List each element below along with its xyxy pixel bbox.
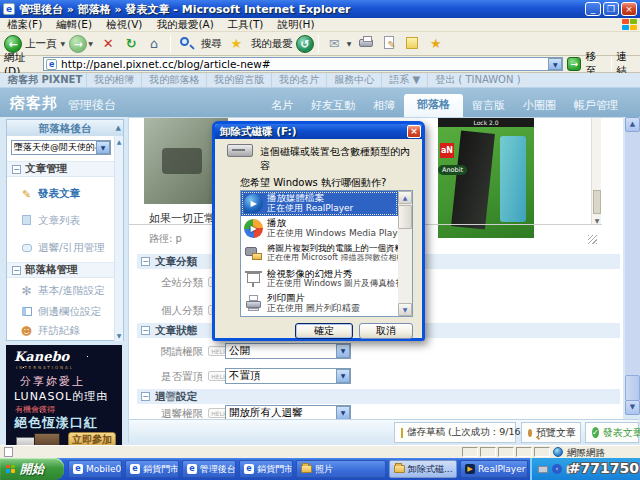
stop-icon[interactable]: ✕ [100, 35, 117, 52]
option-slideshow[interactable]: 檢視影像的幻燈片秀 正在使用 Windows 圖片及傳真檢視器 [241, 266, 398, 291]
editor-scroll-down-icon[interactable]: ▼ [592, 217, 602, 224]
menu-file[interactable]: 檔案(F) [0, 18, 49, 32]
sidebar-item-article-list[interactable]: 文章列表 [7, 213, 115, 229]
blog-select[interactable]: 墮落天使@閒天使的小窩 ▼ [11, 140, 111, 155]
page-scrollbar[interactable]: ▲ ▼ [625, 117, 640, 415]
select-arrow-icon[interactable]: ▼ [336, 344, 350, 358]
address-url[interactable]: http://panel.pixnet.cc/blog/article-new# [61, 58, 548, 70]
scroll-down-icon[interactable]: ▼ [398, 303, 412, 316]
collapse-icon[interactable]: − [141, 392, 150, 401]
restore-button[interactable]: ❐ [603, 2, 619, 16]
task-mobile01[interactable]: e Mobile01 ... [68, 460, 122, 478]
ad-banner[interactable]: Kanebo INTERNATIONAL 分享妳愛上 LUNASOL的理由 有機… [6, 345, 122, 456]
blog-select-arrow-icon[interactable]: ▼ [96, 141, 110, 154]
scroll-thumb[interactable] [398, 205, 412, 229]
pin-select[interactable]: 不置頂 ▼ [225, 368, 351, 384]
tab-account[interactable]: 帳戶管理 [565, 95, 627, 117]
forward-icon[interactable]: → [69, 35, 87, 53]
option-copy-pictures[interactable]: 將圖片複製到我的電腦上的一個資料夾內 正在使用 Microsoft 掃描器與數位… [241, 241, 398, 266]
scroll-down-icon[interactable]: ▼ [625, 400, 640, 415]
favorites-label[interactable]: 我的最愛 [251, 37, 293, 51]
section-blog-management[interactable]: − 部落格管理 [7, 262, 115, 278]
print-icon[interactable] [358, 35, 375, 52]
task-store1[interactable]: e 銷貨門市... [125, 460, 179, 478]
collapse-icon[interactable]: − [12, 165, 21, 174]
editor-scroll-thumb[interactable] [593, 190, 601, 214]
close-button[interactable]: × [621, 2, 637, 16]
back-icon[interactable]: ← [4, 35, 22, 53]
favorites-star-icon[interactable]: ★ [228, 35, 245, 52]
start-button[interactable]: 開始 [0, 458, 64, 480]
menu-view[interactable]: 檢視(V) [99, 18, 149, 32]
task-admin[interactable]: e 管理後台 »... [182, 460, 236, 478]
section-article-management[interactable]: − 文章管理 [7, 161, 115, 177]
listbox-scrollbar[interactable]: ▲ ▼ [398, 191, 412, 316]
menu-tools[interactable]: 工具(T) [221, 18, 271, 32]
sidebar-scroll-up-icon[interactable]: ▲ [116, 124, 121, 132]
read-permission-select[interactable]: 公開 ▼ [225, 343, 351, 359]
task-store2[interactable]: e 銷貨門市... [239, 460, 293, 478]
menu-edit[interactable]: 編輯(E) [49, 18, 99, 32]
tab-circle[interactable]: 小圈圈 [514, 95, 565, 117]
search-label[interactable]: 搜尋 [201, 37, 222, 51]
sidebar-item-sidebar-settings[interactable]: 側邊欄位設定 [7, 304, 115, 320]
history-icon[interactable]: ↺ [296, 35, 314, 53]
site-nav-albums[interactable]: 我的相簿 [86, 73, 141, 87]
collapse-icon[interactable]: − [12, 266, 21, 275]
site-nav-blog[interactable]: 我的部落格 [141, 73, 206, 87]
site-nav-brand[interactable]: 痞客邦 PIXNET [8, 73, 82, 87]
editor-resize-handle[interactable] [588, 235, 597, 244]
mail-dropdown-icon[interactable]: ▼ [347, 40, 352, 47]
home-icon[interactable]: ⌂ [146, 35, 163, 52]
notes-icon[interactable] [404, 35, 421, 52]
option-play-wmp[interactable]: ▶ 播放 正在使用 Windows Media Player [241, 216, 398, 241]
publish-button[interactable]: ✓ 發表文章 [585, 422, 639, 443]
scroll-thumb[interactable] [625, 375, 640, 401]
select-arrow-icon[interactable]: ▼ [336, 406, 350, 420]
refresh-icon[interactable]: ↻ [123, 35, 140, 52]
task-photos[interactable]: 照片 [296, 460, 386, 478]
site-nav-guestbook[interactable]: 我的留言版 [206, 73, 271, 87]
tab-guestbook[interactable]: 留言版 [463, 95, 514, 117]
select-arrow-icon[interactable]: ▼ [336, 369, 350, 383]
option-play-realplayer[interactable]: ▶ 播放媒體檔案 正在使用 RealPlayer [241, 191, 398, 216]
site-nav-card[interactable]: 我的名片 [271, 73, 326, 87]
back-label[interactable]: 上一頁 [25, 37, 57, 51]
scroll-up-icon[interactable]: ▲ [398, 191, 412, 204]
save-draft-button[interactable]: 儲存草稿 (上次成功：9/16 11:13) [394, 422, 516, 443]
ok-button[interactable]: 確定 [295, 323, 353, 339]
tab-friends[interactable]: 好友互動 [302, 95, 364, 117]
tray-messenger-icon[interactable]: ‹ [552, 464, 562, 474]
back-dropdown-icon[interactable]: ▼ [61, 40, 66, 47]
scroll-down-icon[interactable]: ▼ [115, 332, 123, 339]
sidebar-item-comments[interactable]: 迴響/引用管理 [7, 240, 115, 256]
mail-icon[interactable]: ✉ [326, 35, 343, 52]
sidebar-scrollbar[interactable]: ▲ ▼ [114, 136, 123, 341]
task-realplayer[interactable]: ▶ RealPlayer ... [460, 460, 528, 478]
messenger-icon[interactable]: ★ [427, 35, 444, 52]
menu-help[interactable]: 說明(H) [270, 18, 321, 32]
address-dropdown-icon[interactable]: ▼ [548, 58, 562, 70]
sidebar-item-visitor-log[interactable]: ☻ 拜訪紀錄 [7, 323, 115, 339]
tab-card[interactable]: 名片 [262, 95, 302, 117]
forward-dropdown-icon[interactable]: ▼ [88, 40, 93, 47]
preview-button[interactable]: 預覽文章 [521, 422, 581, 443]
search-icon[interactable] [178, 35, 195, 52]
cancel-button[interactable]: 取消 [359, 323, 413, 339]
editor-scrollbar[interactable]: ▼ [591, 118, 601, 224]
scroll-up-icon[interactable]: ▲ [625, 117, 640, 132]
option-print-pictures[interactable]: 列印圖片 正在使用 圖片列印精靈 [241, 291, 398, 316]
site-nav-logout[interactable]: 登出 ( TINAWON ) [427, 73, 527, 87]
sidebar-item-new-article[interactable]: ✎ 發表文章 [7, 186, 115, 202]
dialog-title[interactable]: 卸除式磁碟 (F:) [215, 124, 422, 139]
go-icon[interactable]: → [567, 57, 581, 71]
collapse-icon[interactable]: − [141, 326, 150, 335]
scroll-up-icon[interactable]: ▲ [115, 138, 123, 145]
site-nav-language[interactable]: 語系 ▼ [381, 73, 427, 87]
collapse-icon[interactable]: − [141, 257, 150, 266]
tray-device-icon[interactable] [538, 466, 548, 473]
site-nav-service[interactable]: 服務中心 [326, 73, 381, 87]
sidebar-item-basic-settings[interactable]: ✻ 基本/進階設定 [7, 283, 115, 299]
address-input[interactable]: e http://panel.pixnet.cc/blog/article-ne… [43, 57, 563, 71]
task-removable-disk[interactable]: 卸除式磁... [389, 460, 457, 478]
